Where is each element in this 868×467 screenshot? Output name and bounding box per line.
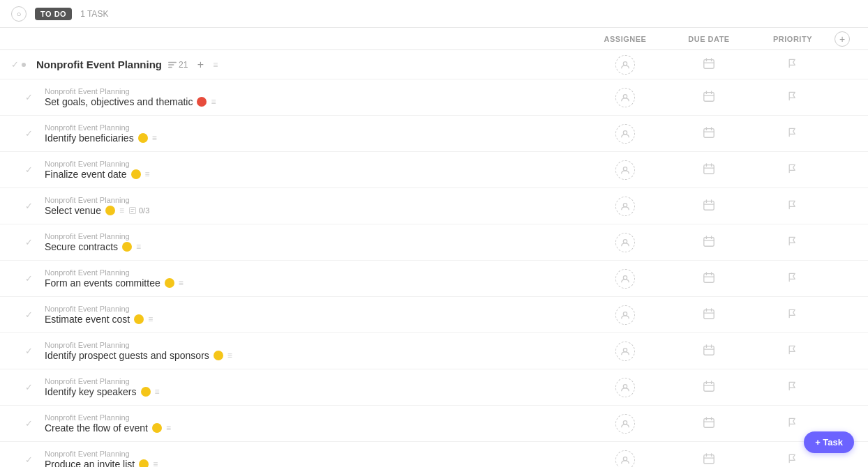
- flag-icon[interactable]: [787, 272, 798, 285]
- svg-point-4: [623, 130, 627, 134]
- flag-svg: [787, 417, 798, 428]
- task-checkmark[interactable]: ✓: [25, 309, 33, 320]
- task-name[interactable]: Identify key speakers: [45, 386, 137, 397]
- flag-icon[interactable]: [787, 381, 798, 394]
- svg-rect-22: [704, 418, 714, 427]
- calendar-icon[interactable]: [703, 344, 715, 359]
- priority-col-header: PRIORITY: [751, 35, 835, 43]
- task-name[interactable]: Select venue: [45, 205, 101, 216]
- avatar[interactable]: [615, 160, 635, 180]
- group-priority-cell: [751, 58, 835, 71]
- task-checkmark[interactable]: ✓: [25, 237, 33, 247]
- back-button[interactable]: ○: [11, 6, 27, 22]
- task-project: Nonprofit Event Planning: [45, 413, 583, 422]
- group-calendar-icon[interactable]: [703, 57, 715, 72]
- assignee-cell: [583, 124, 667, 144]
- task-name-row: Secure contracts ≡: [45, 241, 583, 252]
- task-name[interactable]: Form an events committee: [45, 277, 160, 289]
- avatar[interactable]: [615, 414, 635, 434]
- flag-icon[interactable]: [787, 417, 798, 430]
- duedate-cell: [667, 416, 751, 431]
- calendar-icon[interactable]: [703, 271, 715, 286]
- duedate-cell: [667, 271, 751, 286]
- task-name[interactable]: Set goals, objectives and thematic: [45, 96, 193, 107]
- avatar[interactable]: [615, 342, 635, 361]
- task-checkmark[interactable]: ✓: [25, 164, 33, 175]
- task-content: Nonprofit Event Planning Identify prospe…: [45, 341, 583, 361]
- duedate-cell: [667, 307, 751, 323]
- task-name[interactable]: Estimate event cost: [45, 314, 130, 325]
- add-col-header[interactable]: +: [835, 31, 857, 47]
- task-row: ✓ Nonprofit Event Planning Select venue …: [0, 188, 868, 224]
- calendar-icon[interactable]: [703, 126, 715, 141]
- task-name[interactable]: Identify beneficiaries: [45, 132, 134, 144]
- calendar-icon[interactable]: [703, 162, 715, 178]
- calendar-icon[interactable]: [703, 307, 715, 323]
- flag-icon[interactable]: [787, 308, 798, 321]
- flag-icon[interactable]: [787, 236, 798, 249]
- task-checkmark[interactable]: ✓: [25, 382, 33, 392]
- calendar-icon[interactable]: [703, 380, 715, 395]
- flag-icon[interactable]: [787, 127, 798, 140]
- flag-icon[interactable]: [787, 453, 798, 466]
- calendar-icon[interactable]: [703, 452, 715, 468]
- calendar-icon[interactable]: [703, 416, 715, 431]
- flag-icon[interactable]: [787, 91, 798, 104]
- svg-point-21: [623, 420, 627, 424]
- avatar[interactable]: [615, 124, 635, 144]
- calendar-icon[interactable]: [703, 199, 715, 214]
- group-avatar[interactable]: [615, 55, 635, 75]
- task-project: Nonprofit Event Planning: [45, 160, 583, 168]
- avatar[interactable]: [615, 88, 635, 107]
- avatar-icon: [620, 165, 630, 175]
- add-column-button[interactable]: +: [835, 31, 850, 47]
- avatar[interactable]: [615, 197, 635, 216]
- assignee-cell: [583, 378, 667, 397]
- avatar[interactable]: [615, 269, 635, 289]
- duedate-cell: [667, 199, 751, 214]
- group-checkmark[interactable]: ✓: [11, 59, 19, 70]
- calendar-icon[interactable]: [703, 90, 715, 105]
- task-checkmark[interactable]: ✓: [25, 201, 33, 211]
- flag-svg: [787, 453, 798, 464]
- avatar[interactable]: [615, 378, 635, 397]
- task-project: Nonprofit Event Planning: [45, 341, 583, 349]
- flag-icon[interactable]: [787, 344, 798, 358]
- task-name[interactable]: Secure contracts: [45, 241, 118, 252]
- top-bar: ○ TO DO 1 TASK: [0, 0, 868, 28]
- task-checkmark[interactable]: ✓: [25, 418, 33, 429]
- avatar[interactable]: [615, 305, 635, 325]
- task-project: Nonprofit Event Planning: [45, 305, 583, 313]
- column-headers: ASSIGNEE DUE DATE PRIORITY +: [0, 28, 868, 50]
- task-check-area: ✓: [25, 164, 45, 175]
- yellow-dot: [141, 387, 151, 397]
- svg-rect-3: [704, 92, 714, 101]
- task-name[interactable]: Produce an invite list: [45, 459, 135, 467]
- task-name-row: Identify beneficiaries ≡: [45, 132, 583, 144]
- calendar-icon[interactable]: [703, 235, 715, 250]
- group-flag-icon[interactable]: [787, 58, 798, 71]
- task-row: ✓ Nonprofit Event Planning Set goals, ob…: [0, 79, 868, 116]
- priority-cell: [751, 272, 835, 285]
- task-name[interactable]: Create the flow of event: [45, 422, 148, 434]
- task-name[interactable]: Finalize event date: [45, 169, 127, 180]
- add-subtask-button[interactable]: +: [193, 58, 207, 72]
- task-checkmark[interactable]: ✓: [25, 92, 33, 102]
- add-task-button[interactable]: + Task: [804, 431, 854, 453]
- task-checkmark[interactable]: ✓: [25, 454, 33, 465]
- svg-point-6: [623, 167, 627, 170]
- task-content: Nonprofit Event Planning Set goals, obje…: [45, 87, 583, 107]
- task-checkmark[interactable]: ✓: [25, 346, 33, 356]
- flag-icon[interactable]: [787, 199, 798, 213]
- assignee-cell: [583, 414, 667, 434]
- avatar[interactable]: [615, 450, 635, 468]
- avatar[interactable]: [615, 233, 635, 252]
- assignee-cell: [583, 269, 667, 289]
- task-row: ✓ Nonprofit Event Planning Create the fl…: [0, 406, 868, 442]
- task-menu-icon: ≡: [179, 278, 184, 288]
- task-checkmark[interactable]: ✓: [25, 273, 33, 284]
- task-checkmark[interactable]: ✓: [25, 128, 33, 139]
- task-name-row: Set goals, objectives and thematic ≡: [45, 96, 583, 107]
- flag-icon[interactable]: [787, 163, 798, 176]
- task-name[interactable]: Identify prospect guests and sponsors: [45, 350, 209, 361]
